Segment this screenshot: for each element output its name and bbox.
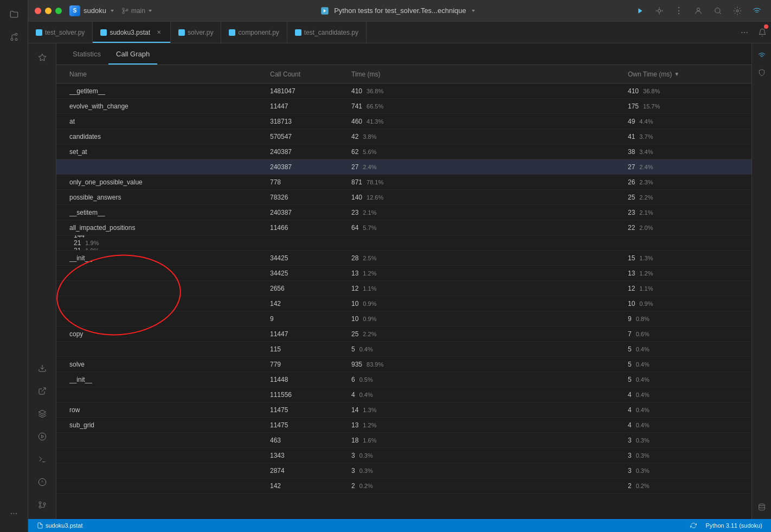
svg-point-9 [715, 8, 720, 12]
table-row[interactable]: only_one_possible_value 778 871 78.1% 26… [56, 175, 751, 190]
svg-point-1 [11, 39, 13, 41]
td-own-time: 5 0.4% [624, 357, 743, 371]
sidebar-icon-git[interactable] [4, 27, 24, 47]
svg-point-2 [15, 39, 17, 41]
td-time: 3 0.3% [347, 463, 624, 478]
right-icon-database[interactable] [754, 499, 769, 515]
tab-test-solver[interactable]: test_solver.py [28, 22, 93, 43]
person-button[interactable] [691, 3, 706, 18]
td-time: 13 1.2% [347, 266, 624, 280]
tab-solver[interactable]: solver.py [171, 22, 221, 43]
col-header-own-time[interactable]: Own Time (ms) ▼ [624, 65, 743, 83]
td-call-count: 11447 [266, 99, 347, 113]
sort-icon: ▼ [674, 71, 679, 77]
table-row[interactable]: at 318713 460 41.3% 49 4.4% [56, 114, 751, 129]
right-icon-shield[interactable] [754, 65, 769, 80]
sidebar-icon-gitbranch[interactable] [33, 495, 52, 515]
svg-point-22 [43, 503, 46, 505]
td-call-count: 1343 [266, 448, 347, 463]
td-call-count: 11448 [266, 372, 347, 387]
table-row[interactable]: 1343 3 0.3% 3 0.3% [56, 448, 751, 463]
traffic-light-yellow[interactable] [45, 8, 52, 14]
td-own-time: 49 4.4% [624, 114, 743, 129]
table-row[interactable]: evolve_with_change 11447 741 66.5% 175 1… [56, 99, 751, 114]
td-time: 5 0.4% [347, 342, 624, 356]
debug-button[interactable] [652, 3, 667, 18]
table-row[interactable]: 142 2 0.2% 2 0.2% [56, 478, 751, 493]
sidebar-icon-pin[interactable] [33, 48, 52, 67]
td-call-count: 142 [266, 478, 347, 493]
table-row[interactable]: row 11475 14 1.3% 4 0.4% [56, 402, 751, 418]
sidebar-icon-more[interactable]: ··· [4, 504, 24, 523]
table-row[interactable]: 142 10 0.9% 10 0.9% [56, 296, 751, 311]
td-own-time: 41 3.7% [624, 129, 743, 144]
sidebar-icon-info[interactable] [33, 472, 52, 492]
sidebar-icon-play[interactable] [33, 427, 52, 446]
tab-sudoku3pstat[interactable]: sudoku3.pstat ✕ [93, 22, 171, 43]
titlebar-actions: ⋮ [632, 3, 764, 18]
branch-indicator[interactable]: main [121, 7, 153, 15]
td-name [65, 433, 266, 447]
more-button[interactable]: ⋮ [671, 3, 686, 18]
table-row[interactable]: 34425 13 1.2% 13 1.2% [56, 266, 751, 281]
table-row[interactable]: copy 11447 25 2.2% 7 0.6% [56, 326, 751, 342]
sidebar-icon-plug[interactable] [33, 381, 52, 401]
search-button[interactable] [710, 3, 725, 18]
td-own-time: 21 1.9% [69, 247, 103, 251]
sidebar-icon-layers[interactable] [33, 404, 52, 424]
table-row[interactable]: __getitem__ 1481047 410 36.8% 410 36.8% [56, 84, 751, 99]
sub-tab-bar: Statistics Call Graph [56, 43, 751, 65]
sidebar-icon-terminal[interactable] [33, 450, 52, 469]
td-name [65, 342, 266, 356]
tab-bell[interactable] [754, 22, 771, 43]
status-sync-icon[interactable] [690, 522, 697, 529]
td-time: 28 2.5% [347, 251, 624, 265]
td-name [65, 296, 266, 311]
td-own-time: 3 0.3% [624, 448, 743, 463]
table-row[interactable]: sub_grid 11475 13 1.2% 4 0.4% [56, 418, 751, 433]
sidebar-icon-folder[interactable] [4, 4, 24, 24]
app-name-area[interactable]: S sudoku [69, 5, 115, 16]
settings-button[interactable] [730, 3, 745, 18]
tab-test-candidates[interactable]: test_candidates.py [287, 22, 367, 43]
tab-more-button[interactable]: ⋯ [735, 22, 754, 43]
sub-tab-statistics[interactable]: Statistics [65, 43, 108, 65]
table-row[interactable]: solve 779 935 83.9% 5 0.4% [56, 357, 751, 372]
app-icon: S [69, 5, 80, 16]
traffic-light-red[interactable] [35, 8, 41, 14]
table-row[interactable]: 115 5 0.4% 5 0.4% [56, 342, 751, 357]
table-row[interactable]: 2874 3 0.3% 3 0.3% [56, 463, 751, 478]
tab-icon-solver [178, 29, 185, 36]
td-name: all_impacted_positions [65, 220, 266, 235]
table-row[interactable]: 9 10 0.9% 9 0.8% [56, 311, 751, 326]
td-own-time: 38 3.4% [624, 144, 743, 159]
table-row[interactable]: 144 21 1.9% 21 1.9% [56, 235, 751, 251]
traffic-light-green[interactable] [55, 8, 62, 14]
td-name: row [65, 402, 266, 417]
sub-tab-call-graph[interactable]: Call Graph [108, 43, 157, 65]
table-row[interactable]: 2656 12 1.1% 12 1.1% [56, 281, 751, 296]
table-row[interactable]: candidates 570547 42 3.8% 41 3.7% [56, 129, 751, 144]
table-row[interactable]: __setitem__ 240387 23 2.1% 23 2.1% [56, 205, 751, 220]
td-time: 871 78.1% [347, 175, 624, 189]
table-row[interactable]: all_impacted_positions 11466 64 5.7% 22 … [56, 220, 751, 235]
right-icon-wifi[interactable] [754, 48, 769, 63]
table-row[interactable]: set_at 240387 62 5.6% 38 3.4% [56, 144, 751, 159]
tab-close-sudoku3[interactable]: ✕ [155, 29, 163, 36]
td-name: __setitem__ [65, 205, 266, 220]
table-row[interactable]: possible_answers 78326 140 12.6% 25 2.2% [56, 190, 751, 205]
col-header-time: Time (ms) [347, 65, 624, 83]
table-row[interactable]: 463 18 1.6% 3 0.3% [56, 433, 751, 448]
td-time: 2 0.2% [347, 478, 624, 493]
tab-component[interactable]: component.py [221, 22, 287, 43]
tab-label-test-candidates: test_candidates.py [304, 29, 358, 36]
run-button[interactable] [632, 3, 647, 18]
table-row[interactable]: __init__ 11448 6 0.5% 5 0.4% [56, 372, 751, 387]
td-time: 140 12.6% [347, 190, 624, 204]
svg-line-12 [41, 388, 45, 392]
table-row[interactable]: 111556 4 0.4% 4 0.4% [56, 387, 751, 402]
table-row[interactable]: 240387 27 2.4% 27 2.4% [56, 159, 751, 175]
sidebar-icon-download[interactable] [33, 358, 52, 378]
td-call-count: 11466 [266, 220, 347, 235]
table-row[interactable]: __init__ 34425 28 2.5% 15 1.3% [56, 251, 751, 266]
